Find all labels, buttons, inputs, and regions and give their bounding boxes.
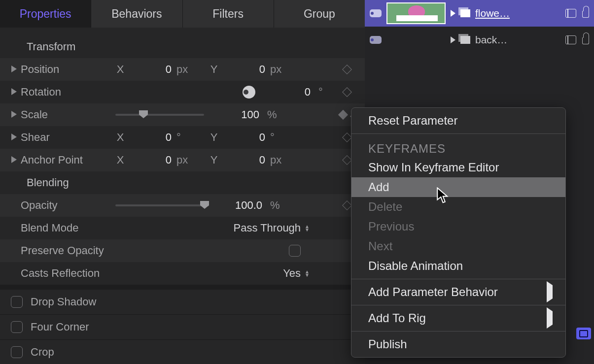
rotation-value[interactable]: 0 (281, 86, 311, 99)
unit: % (267, 199, 281, 212)
casts-reflection-value: Yes (283, 267, 301, 280)
drop-shadow-checkbox[interactable] (11, 296, 23, 308)
disclosure-icon[interactable] (0, 111, 17, 119)
stack-badge-icon[interactable] (576, 328, 591, 339)
scale-value[interactable]: 100 (224, 108, 259, 121)
blend-mode-select[interactable]: Pass Through ▲▼ (234, 222, 310, 234)
param-label: Blend Mode (17, 222, 115, 234)
shear-x-value[interactable]: 0 (127, 131, 172, 144)
opacity-slider[interactable] (115, 204, 209, 206)
menu-label: Add To Rig (368, 311, 426, 325)
layer-name[interactable]: back… (475, 34, 507, 46)
visibility-toggle[interactable] (370, 36, 382, 44)
section-label: Drop Shadow (31, 296, 96, 308)
unit: px (267, 154, 281, 166)
layer-row-flower[interactable]: flowe… (365, 0, 594, 27)
section-drop-shadow[interactable]: Drop Shadow (0, 290, 365, 314)
stepper-icon: ▲▼ (305, 225, 310, 232)
param-rotation: Rotation 0 ° (0, 81, 365, 103)
unit: px (267, 63, 281, 76)
menu-add-keyframe[interactable]: Add (351, 177, 565, 197)
rotation-dial[interactable] (243, 86, 255, 99)
layer-row-background[interactable]: back… (365, 27, 594, 53)
submenu-arrow-icon (547, 281, 553, 302)
layer-thumbnail (386, 2, 446, 24)
keyframe-icon[interactable] (342, 155, 352, 165)
disclosure-icon[interactable] (0, 156, 17, 165)
tab-group[interactable]: Group (274, 0, 365, 28)
position-x-value[interactable]: 0 (127, 63, 172, 76)
param-label: Rotation (17, 86, 115, 99)
param-shear: Shear X 0 ° Y 0 ° (0, 126, 365, 149)
menu-show-in-keyframe-editor[interactable]: Show In Keyframe Editor (351, 158, 565, 177)
menu-delete-keyframe: Delete (351, 197, 565, 217)
param-label: Shear (17, 131, 115, 144)
tab-properties[interactable]: Properties (0, 0, 91, 28)
lock-icon[interactable] (582, 11, 589, 18)
keyframe-icon[interactable] (342, 87, 352, 97)
tab-behaviors[interactable]: Behaviors (91, 0, 182, 28)
slider-thumb-icon[interactable] (139, 110, 148, 118)
disclosure-icon[interactable] (0, 88, 17, 97)
tab-filters[interactable]: Filters (183, 0, 274, 28)
lock-icon[interactable] (582, 37, 589, 44)
section-crop[interactable]: Crop (0, 340, 365, 364)
menu-add-to-rig[interactable]: Add To Rig (351, 308, 565, 328)
blend-mode-value: Pass Through (234, 222, 301, 234)
section-transform: Transform (0, 35, 365, 58)
menu-label: Add Parameter Behavior (368, 285, 498, 299)
shear-y-value[interactable]: 0 (221, 131, 265, 144)
section-four-corner[interactable]: Four Corner (0, 315, 365, 339)
visibility-toggle[interactable] (370, 9, 382, 17)
menu-publish[interactable]: Publish (351, 334, 565, 354)
four-corner-checkbox[interactable] (11, 321, 23, 333)
param-label: Position (17, 63, 115, 76)
slider-thumb-icon[interactable] (200, 201, 209, 209)
keyframe-icon[interactable] (342, 200, 352, 210)
section-label: Crop (31, 346, 54, 359)
scale-slider[interactable] (115, 114, 204, 116)
panel-icon[interactable] (565, 9, 576, 18)
menu-reset-parameter[interactable]: Reset Parameter (351, 111, 565, 131)
y-label: Y (209, 154, 219, 166)
opacity-value[interactable]: 100.0 (224, 199, 262, 212)
disclosure-icon[interactable] (0, 66, 17, 74)
param-scale: Scale 100 % ⌄ (0, 103, 365, 126)
menu-disable-animation[interactable]: Disable Animation (351, 256, 565, 276)
submenu-arrow-icon (547, 307, 553, 329)
unit: ° (174, 131, 187, 144)
menu-next-keyframe: Next (351, 236, 565, 256)
param-label: Preserve Opacity (17, 244, 145, 257)
disclosure-icon[interactable] (451, 10, 455, 17)
group-icon (460, 36, 470, 44)
disclosure-icon[interactable] (451, 36, 455, 43)
panel-icon[interactable] (565, 35, 576, 44)
keyframe-icon[interactable] (342, 65, 352, 74)
crop-checkbox[interactable] (11, 346, 23, 358)
keyframe-icon[interactable] (342, 132, 352, 142)
section-blending: Blending (0, 171, 365, 194)
preserve-opacity-checkbox[interactable] (289, 245, 301, 257)
position-y-value[interactable]: 0 (221, 63, 265, 76)
unit: % (264, 108, 278, 121)
param-label: Scale (17, 108, 115, 121)
x-label: X (115, 63, 125, 76)
param-opacity: Opacity 100.0 % (0, 194, 365, 217)
layer-name[interactable]: flowe… (475, 7, 510, 19)
y-label: Y (209, 131, 219, 144)
param-position: Position X 0 px Y 0 px (0, 58, 365, 81)
anchor-y-value[interactable]: 0 (221, 154, 265, 166)
x-label: X (115, 131, 125, 144)
param-blend-mode: Blend Mode Pass Through ▲▼ (0, 217, 365, 239)
anchor-x-value[interactable]: 0 (127, 154, 172, 166)
unit: px (174, 63, 187, 76)
unit: ° (315, 86, 329, 99)
group-icon (460, 9, 470, 17)
menu-add-parameter-behavior[interactable]: Add Parameter Behavior (351, 282, 565, 302)
keyframe-icon[interactable] (338, 110, 348, 120)
casts-reflection-select[interactable]: Yes ▲▼ (283, 267, 310, 280)
inspector-tabs: Properties Behaviors Filters Group (0, 0, 365, 28)
menu-category-keyframes: KEYFRAMES (351, 137, 565, 158)
param-preserve-opacity: Preserve Opacity (0, 239, 365, 262)
disclosure-icon[interactable] (0, 133, 17, 142)
